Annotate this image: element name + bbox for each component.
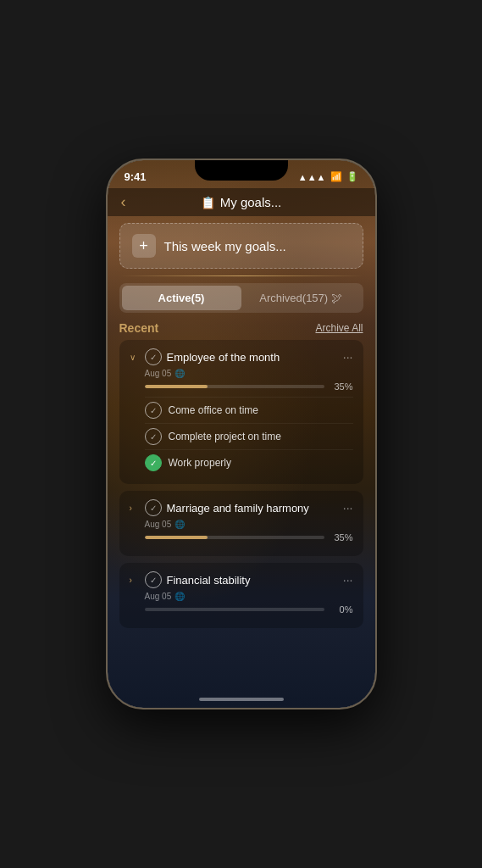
goal-progress-pct-1: 35% xyxy=(330,381,353,392)
tab-archived[interactable]: Archived(157) 🕊 xyxy=(241,286,361,310)
goal-date-2: Aug 05 xyxy=(145,520,172,529)
goal-title-2: Marriage and family harmony xyxy=(167,502,309,515)
notch xyxy=(195,160,288,181)
goal-check-2[interactable]: ✓ xyxy=(145,499,162,516)
tab-active[interactable]: Active(5) xyxy=(122,286,241,310)
goal-progress-fill-2 xyxy=(145,536,208,539)
phone-screen: 9:41 ▲▲▲ 📶 🔋 ‹ 📋 My goals... + This week… xyxy=(108,160,375,708)
goal-more-2[interactable]: ··· xyxy=(343,501,353,515)
goal-date-3: Aug 05 xyxy=(145,592,172,601)
goal-progress-pct-3: 0% xyxy=(330,604,353,615)
goal-progress-bar-1 xyxy=(145,385,324,388)
goal-more-1[interactable]: ··· xyxy=(343,350,353,364)
archive-all-button[interactable]: Archive All xyxy=(315,322,363,334)
tab-archived-label: Archived(157) 🕊 xyxy=(259,292,342,304)
goal-check-1[interactable]: ✓ xyxy=(145,348,162,365)
globe-icon-3: 🌐 xyxy=(175,592,185,601)
globe-icon-2: 🌐 xyxy=(175,520,185,529)
goal-title-3: Financial stability xyxy=(167,574,251,587)
sub-goal-text-1: Come office on time xyxy=(169,404,259,416)
goal-left-1: ∨ ✓ Employee of the month xyxy=(130,348,280,365)
sub-goals-1: ✓ Come office on time ✓ Complete project… xyxy=(130,397,353,476)
home-indicator xyxy=(199,698,284,701)
tab-active-label: Active(5) xyxy=(158,292,205,304)
goal-row-3: › ✓ Financial stability ··· xyxy=(130,571,353,588)
chevron-right-icon-2[interactable]: › xyxy=(130,504,140,513)
goal-meta-2: Aug 05 🌐 xyxy=(145,520,353,529)
chevron-right-icon-3[interactable]: › xyxy=(130,576,140,585)
add-goal-button[interactable]: + xyxy=(132,234,156,258)
goal-progress-bar-3 xyxy=(145,608,324,611)
status-time: 9:41 xyxy=(125,170,147,183)
goal-title-1: Employee of the month xyxy=(167,351,280,364)
goal-progress-row-3: 0% xyxy=(145,604,353,615)
nav-title-text: My goals... xyxy=(220,195,282,209)
sub-goal-text-3: Work properly xyxy=(169,457,231,469)
add-goal-placeholder: This week my goals... xyxy=(164,239,286,253)
add-goal-section[interactable]: + This week my goals... xyxy=(119,223,363,269)
goal-card-2: › ✓ Marriage and family harmony ··· Aug … xyxy=(119,491,363,556)
recent-header: Recent Archive All xyxy=(108,321,375,340)
goal-progress-pct-2: 35% xyxy=(330,532,353,542)
phone-frame: 9:41 ▲▲▲ 📶 🔋 ‹ 📋 My goals... + This week… xyxy=(106,159,377,709)
goal-progress-fill-1 xyxy=(145,385,208,388)
sub-goal-check-3-green[interactable]: ✓ xyxy=(145,454,162,471)
gold-divider xyxy=(119,275,363,276)
sub-goal-item-2: ✓ Complete project on time xyxy=(145,423,353,449)
globe-icon-1: 🌐 xyxy=(175,369,185,378)
sub-goal-check-2[interactable]: ✓ xyxy=(145,428,162,445)
goal-left-2: › ✓ Marriage and family harmony xyxy=(130,499,309,516)
goals-nav-icon: 📋 xyxy=(201,196,215,209)
sub-goal-text-2: Complete project on time xyxy=(169,431,281,442)
goal-more-3[interactable]: ··· xyxy=(343,573,353,587)
back-button[interactable]: ‹ xyxy=(121,193,126,211)
goal-card-3: › ✓ Financial stability ··· Aug 05 🌐 0% xyxy=(119,563,363,628)
goal-left-3: › ✓ Financial stability xyxy=(130,571,251,588)
tabs-container: Active(5) Archived(157) 🕊 xyxy=(119,283,363,313)
goal-row-1: ∨ ✓ Employee of the month ··· xyxy=(130,348,353,365)
nav-bar: ‹ 📋 My goals... xyxy=(108,188,375,216)
goal-row-2: › ✓ Marriage and family harmony ··· xyxy=(130,499,353,516)
sub-goal-item-3: ✓ Work properly xyxy=(145,449,353,476)
goal-check-3[interactable]: ✓ xyxy=(145,571,162,588)
goal-card-1: ∨ ✓ Employee of the month ··· Aug 05 🌐 3… xyxy=(119,340,363,484)
battery-icon: 🔋 xyxy=(346,171,358,182)
nav-title: 📋 My goals... xyxy=(201,195,282,209)
goal-date-1: Aug 05 xyxy=(145,369,172,378)
goal-progress-row-1: 35% xyxy=(145,381,353,392)
recent-label: Recent xyxy=(119,321,159,335)
chevron-down-icon-1[interactable]: ∨ xyxy=(130,353,140,362)
signal-icon: ▲▲▲ xyxy=(298,172,326,182)
status-icons: ▲▲▲ 📶 🔋 xyxy=(298,171,358,182)
goal-meta-1: Aug 05 🌐 xyxy=(145,369,353,378)
goal-progress-row-2: 35% xyxy=(145,532,353,542)
sub-goal-item-1: ✓ Come office on time xyxy=(145,397,353,423)
goal-meta-3: Aug 05 🌐 xyxy=(145,592,353,601)
goal-progress-bar-2 xyxy=(145,536,324,539)
wifi-icon: 📶 xyxy=(330,171,342,182)
sub-goal-check-1[interactable]: ✓ xyxy=(145,402,162,419)
